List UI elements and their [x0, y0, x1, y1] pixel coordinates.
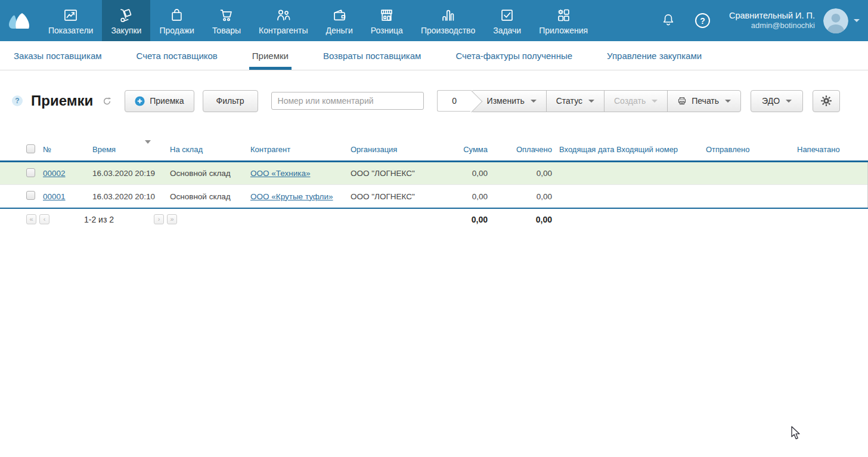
edo-dropdown-button[interactable]: ЭДО [751, 90, 803, 112]
gear-icon [820, 95, 832, 107]
nav-item-label: Деньги [326, 26, 353, 35]
tasks-icon [499, 7, 515, 23]
search-input[interactable] [271, 92, 424, 110]
nav-item-label: Производство [421, 26, 475, 35]
row-checkbox[interactable] [26, 191, 35, 200]
filter-button[interactable]: Фильтр [203, 90, 258, 112]
column-header-printed[interactable]: Напечатано [787, 145, 868, 154]
nav-item-prodazhi[interactable]: Продажи [150, 0, 203, 41]
plus-icon [135, 96, 145, 106]
user-menu[interactable]: Сравнительный И. П. admin@botinochki [729, 10, 815, 30]
nav-item-dengi[interactable]: Деньги [317, 0, 362, 41]
tab-zakazy-postavshchikam[interactable]: Заказы поставщикам [12, 41, 104, 70]
app-window: Показатели Закупки Продажи Товары Контра [0, 0, 868, 457]
column-header-incoming-number[interactable]: Входящий номер [613, 145, 696, 154]
pagination-first-button[interactable]: « [26, 214, 36, 224]
nav-item-prilozheniya[interactable]: Приложения [530, 0, 597, 41]
column-header-paid[interactable]: Оплачено [489, 145, 553, 154]
document-link[interactable]: 00001 [43, 192, 66, 201]
page-help-icon[interactable]: ? [12, 95, 23, 106]
pagination-range: 1-2 из 2 [66, 215, 132, 224]
column-header-time[interactable]: Время [92, 145, 170, 154]
nav-item-tovary[interactable]: Товары [203, 0, 250, 41]
nav-item-zadachi[interactable]: Задачи [484, 0, 530, 41]
pagination: « ‹ 1-2 из 2 › » [0, 214, 437, 224]
moysklad-logo[interactable] [0, 0, 39, 41]
notifications-bell-icon[interactable] [651, 12, 686, 30]
row-sum: 0,00 [437, 169, 489, 178]
dolly-icon [118, 7, 134, 23]
total-sum: 0,00 [437, 215, 489, 224]
topbar-right: ? Сравнительный И. П. admin@botinochki [647, 0, 868, 41]
section-tabs: Заказы поставщикам Счета поставщиков При… [0, 41, 868, 70]
column-header-incoming-date[interactable]: Входящая дата [553, 145, 613, 154]
nav-item-label: Задачи [493, 26, 521, 35]
avatar[interactable] [823, 8, 848, 33]
row-organization: ООО "ЛОГНЕКС" [351, 192, 437, 201]
nav-item-proizvodstvo[interactable]: Производство [412, 0, 484, 41]
nav-item-label: Показатели [48, 26, 93, 35]
create-dropdown-button[interactable]: Создать [604, 90, 668, 112]
add-priemka-label: Приемка [150, 96, 184, 106]
nav-item-zakupki[interactable]: Закупки [102, 0, 150, 41]
nav-item-label: Товары [212, 26, 241, 35]
table-header: № Время На склад Контрагент Организация … [0, 138, 868, 162]
column-header-sent[interactable]: Отправлено [696, 145, 787, 154]
nav-item-roznitsa[interactable]: Розница [362, 0, 412, 41]
row-checkbox[interactable] [26, 168, 35, 177]
edo-label: ЭДО [762, 96, 780, 106]
tab-vozvraty-postavshchikam[interactable]: Возвраты поставщикам [321, 41, 423, 70]
counterparty-link[interactable]: ООО «Крутые туфли» [250, 192, 333, 201]
print-dropdown-button[interactable]: Печать [667, 90, 741, 112]
edit-label: Изменить [487, 96, 525, 106]
chevron-down-icon [531, 100, 537, 103]
print-label: Печать [692, 96, 719, 106]
row-time: 16.03.2020 20:10 [92, 192, 170, 201]
row-warehouse: Основной склад [170, 169, 250, 178]
document-link[interactable]: 00002 [43, 169, 66, 178]
nav-item-label: Контрагенты [259, 26, 308, 35]
tab-scheta-faktury-poluchennye[interactable]: Счета-фактуры полученные [454, 41, 574, 70]
column-header-organization[interactable]: Организация [351, 145, 437, 154]
refresh-icon[interactable] [103, 97, 111, 106]
toolbar: ? Приемки Приемка Фильтр 0 Изменить Стат… [0, 87, 868, 115]
apps-icon [556, 7, 572, 23]
column-header-sum[interactable]: Сумма [437, 145, 489, 154]
help-icon[interactable]: ? [695, 13, 710, 28]
column-header-num[interactable]: № [43, 145, 92, 154]
total-paid: 0,00 [489, 215, 553, 224]
settings-gear-button[interactable] [813, 90, 840, 112]
printer-icon [677, 96, 687, 106]
chevron-down-icon[interactable] [854, 19, 860, 22]
tab-priemki[interactable]: Приемки [250, 41, 290, 70]
cart-icon [218, 7, 234, 23]
tab-scheta-postavshchikov[interactable]: Счета поставщиков [135, 41, 219, 70]
nav-item-kontragenty[interactable]: Контрагенты [250, 0, 317, 41]
pagination-prev-button[interactable]: ‹ [39, 214, 49, 224]
status-label: Статус [556, 96, 582, 106]
counterparty-link[interactable]: ООО «Техника» [250, 169, 310, 178]
mouse-cursor [790, 426, 802, 440]
table-row[interactable]: 00001 16.03.2020 20:10 Основной склад ОО… [0, 185, 867, 208]
table-footer: « ‹ 1-2 из 2 › » 0,00 0,00 [0, 208, 868, 230]
top-navigation-bar: Показатели Закупки Продажи Товары Контра [0, 0, 868, 41]
column-header-counterparty[interactable]: Контрагент [250, 145, 351, 154]
chevron-down-icon [652, 100, 658, 103]
create-label: Создать [614, 96, 646, 106]
column-header-time-label: Время [92, 145, 116, 154]
user-name: Сравнительный И. П. [729, 10, 815, 21]
bag-icon [169, 7, 185, 23]
column-header-warehouse[interactable]: На склад [170, 145, 250, 154]
chevron-down-icon [725, 100, 731, 103]
status-dropdown-button[interactable]: Статус [546, 90, 604, 112]
tab-upravlenie-zakupkami[interactable]: Управление закупками [605, 41, 703, 70]
row-paid: 0,00 [489, 192, 553, 201]
nav-item-pokazateli[interactable]: Показатели [39, 0, 102, 41]
add-priemka-button[interactable]: Приемка [125, 90, 194, 112]
table-body: 00002 16.03.2020 20:19 Основной склад ОО… [0, 162, 868, 208]
select-all-checkbox[interactable] [26, 144, 35, 153]
pagination-last-button[interactable]: » [167, 214, 177, 224]
row-sum: 0,00 [437, 192, 489, 201]
table-row[interactable]: 00002 16.03.2020 20:19 Основной склад ОО… [0, 162, 867, 185]
pagination-next-button[interactable]: › [154, 214, 164, 224]
